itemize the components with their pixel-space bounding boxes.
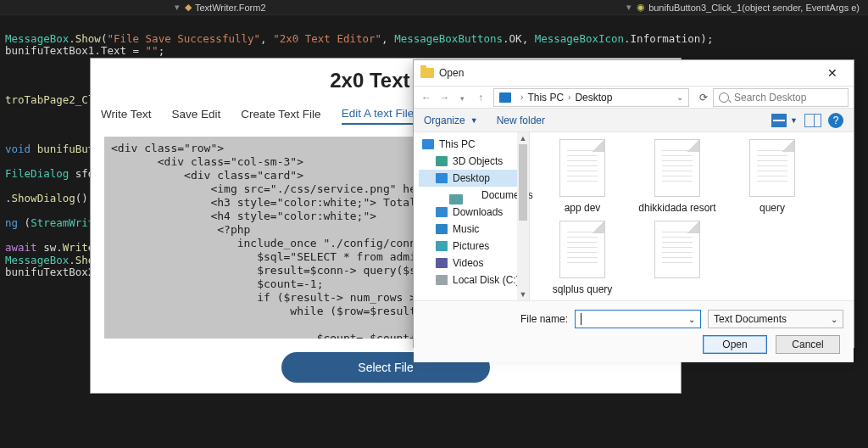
pc-icon [499, 92, 511, 103]
tree-item-local-disk-c-[interactable]: Local Disk (C:) [419, 272, 527, 288]
dialog-title: Open [439, 67, 464, 79]
pic-icon [436, 241, 448, 251]
down-icon [436, 207, 448, 217]
file-name-label: File name: [414, 313, 575, 325]
search-icon [719, 92, 729, 103]
folder-tree: ▲ ▼ This PC3D ObjectsDesktopDocumentsDow… [414, 132, 530, 300]
tree-item-documents[interactable]: Documents [419, 187, 527, 204]
file-list: app devdhikkidada resortquerysqlplus que… [530, 132, 854, 300]
tree-item-pictures[interactable]: Pictures [419, 238, 527, 255]
breadcrumb-left-arrow[interactable]: ▾ [175, 2, 180, 13]
method-icon: ◉ [637, 2, 645, 13]
nav-forward-icon[interactable]: → [437, 92, 452, 104]
close-icon[interactable]: ✕ [818, 66, 847, 80]
view-mode-icon[interactable] [771, 114, 787, 127]
file-name: sqlplus query [553, 283, 613, 295]
tree-item-music[interactable]: Music [419, 221, 527, 238]
tree-item-label: Music [453, 223, 479, 235]
organize-button[interactable]: Organize [424, 115, 465, 126]
text-file-icon [749, 139, 795, 197]
search-input[interactable]: Search Desktop [713, 88, 849, 107]
desk-icon [436, 173, 448, 183]
file-name: query [760, 202, 785, 214]
tree-item-label: Local Disk (C:) [453, 274, 520, 286]
obj-icon [436, 156, 448, 166]
file-item[interactable]: dhikkidada resort [638, 139, 716, 214]
file-name: app dev [565, 202, 601, 214]
refresh-icon[interactable]: ⟳ [694, 92, 713, 104]
text-file-icon [654, 221, 700, 278]
text-file-icon [559, 221, 605, 278]
tree-item-label: This PC [439, 138, 476, 150]
tab-save-edit[interactable]: Save Edit [172, 108, 221, 124]
tree-item-label: 3D Objects [453, 155, 503, 167]
nav-up-icon[interactable]: ↑ [473, 92, 488, 104]
new-folder-button[interactable]: New folder [497, 115, 545, 126]
file-item[interactable]: sqlplus query [543, 221, 621, 295]
tree-item-videos[interactable]: Videos [419, 255, 527, 272]
class-icon: ◆ [185, 2, 192, 13]
tab-edit-a-text-file[interactable]: Edit A text File [342, 107, 415, 125]
nav-recent-icon[interactable]: ▾ [455, 94, 470, 103]
tree-item-label: Downloads [453, 206, 503, 218]
tree-scrollbar[interactable]: ▲ ▼ [517, 132, 529, 300]
file-name-input[interactable]: ⌄ [575, 310, 701, 328]
text-file-icon [654, 139, 700, 197]
file-name: dhikkidada resort [638, 202, 715, 214]
pc-icon [422, 139, 434, 149]
file-type-filter[interactable]: Text Documents ⌄ [708, 310, 843, 328]
tree-item-downloads[interactable]: Downloads [419, 204, 527, 221]
open-file-dialog: Open ✕ ← → ▾ ↑ › This PC › Desktop ⌄ ⟳ S… [413, 59, 854, 348]
tree-item-label: Desktop [453, 172, 490, 184]
text-file-icon [559, 139, 605, 197]
breadcrumb-left[interactable]: TextWriter.Form2 [195, 3, 266, 13]
tree-item-label: Videos [453, 257, 483, 269]
tab-write-text[interactable]: Write Text [101, 108, 152, 124]
nav-back-icon[interactable]: ← [419, 92, 434, 104]
file-item[interactable]: query [733, 139, 811, 214]
open-button[interactable]: Open [703, 335, 767, 354]
file-item[interactable]: app dev [543, 139, 621, 214]
breadcrumb-right[interactable]: bunifuButton3_Click_1(object sender, Eve… [648, 3, 860, 13]
ide-breadcrumb: ▾ ◆ TextWriter.Form2 ▾ ◉ bunifuButton3_C… [0, 0, 868, 15]
file-item[interactable] [638, 221, 716, 295]
path-dropdown-icon[interactable]: ⌄ [676, 92, 683, 102]
view-mode-arrow-icon[interactable]: ▼ [790, 116, 798, 125]
music-icon [436, 224, 448, 234]
path-seg-1[interactable]: Desktop [575, 92, 612, 104]
help-icon[interactable]: ? [828, 113, 843, 128]
breadcrumb-right-arrow[interactable]: ▾ [626, 2, 632, 13]
path-seg-0[interactable]: This PC [527, 92, 564, 104]
vid-icon [436, 258, 448, 268]
tree-item-this-pc[interactable]: This PC [419, 136, 527, 153]
preview-pane-icon[interactable] [804, 114, 821, 127]
search-placeholder: Search Desktop [734, 92, 806, 104]
folder-icon [420, 68, 434, 78]
dialog-titlebar: Open ✕ [414, 60, 854, 86]
tab-create-text-file[interactable]: Create Text File [241, 108, 320, 124]
address-bar[interactable]: › This PC › Desktop ⌄ [493, 88, 689, 107]
nav-buttons: ← → ▾ ↑ [419, 92, 488, 104]
tree-item-label: Pictures [453, 240, 489, 252]
cancel-button[interactable]: Cancel [776, 335, 840, 354]
tree-item-desktop[interactable]: Desktop [419, 170, 527, 187]
tree-item-3d-objects[interactable]: 3D Objects [419, 153, 527, 170]
disk-icon [436, 275, 448, 285]
doc-icon [449, 194, 463, 204]
organize-arrow-icon[interactable]: ▼ [470, 116, 478, 125]
